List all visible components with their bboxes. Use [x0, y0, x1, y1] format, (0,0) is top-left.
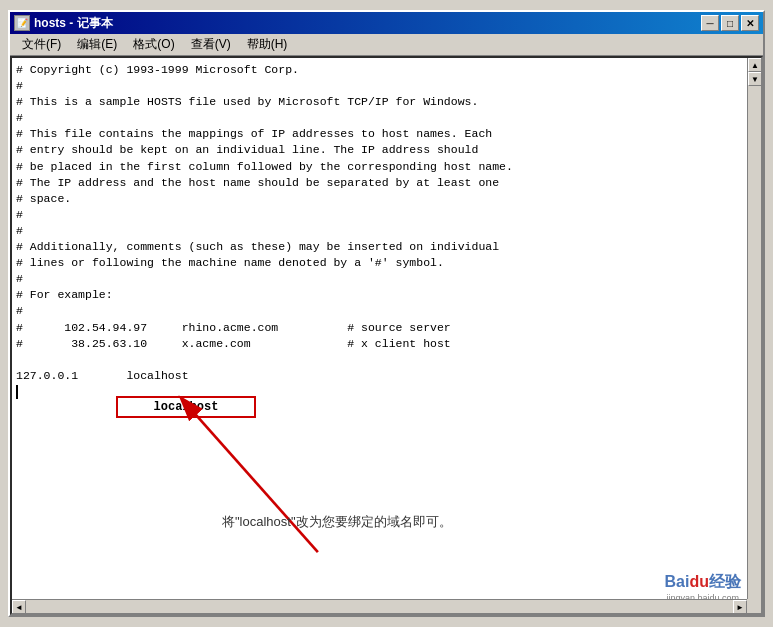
- content-area: # Copyright (c) 1993-1999 Microsoft Corp…: [10, 56, 763, 615]
- scroll-right-button[interactable]: ►: [733, 600, 747, 614]
- title-bar: 📝 hosts - 记事本 ─ □ ✕: [10, 12, 763, 34]
- menu-view[interactable]: 查看(V): [183, 34, 239, 55]
- title-bar-text: 📝 hosts - 记事本: [14, 15, 113, 32]
- vertical-scrollbar[interactable]: ▲ ▼: [747, 58, 761, 599]
- main-window: 📝 hosts - 记事本 ─ □ ✕ 文件(F) 编辑(E) 格式(O) 查看…: [8, 10, 765, 617]
- scroll-corner: [747, 599, 761, 613]
- scroll-up-button[interactable]: ▲: [748, 58, 762, 72]
- app-icon: 📝: [14, 15, 30, 31]
- menu-bar: 文件(F) 编辑(E) 格式(O) 查看(V) 帮助(H): [10, 34, 763, 56]
- text-editor[interactable]: # Copyright (c) 1993-1999 Microsoft Corp…: [12, 58, 747, 599]
- window-title: hosts - 记事本: [34, 15, 113, 32]
- menu-format[interactable]: 格式(O): [125, 34, 182, 55]
- minimize-button[interactable]: ─: [701, 15, 719, 31]
- scroll-left-button[interactable]: ◄: [12, 600, 26, 614]
- scroll-down-button[interactable]: ▼: [748, 72, 762, 86]
- menu-edit[interactable]: 编辑(E): [69, 34, 125, 55]
- close-button[interactable]: ✕: [741, 15, 759, 31]
- maximize-button[interactable]: □: [721, 15, 739, 31]
- menu-help[interactable]: 帮助(H): [239, 34, 296, 55]
- menu-file[interactable]: 文件(F): [14, 34, 69, 55]
- horizontal-scrollbar[interactable]: ◄ ►: [12, 599, 747, 613]
- title-controls: ─ □ ✕: [701, 15, 759, 31]
